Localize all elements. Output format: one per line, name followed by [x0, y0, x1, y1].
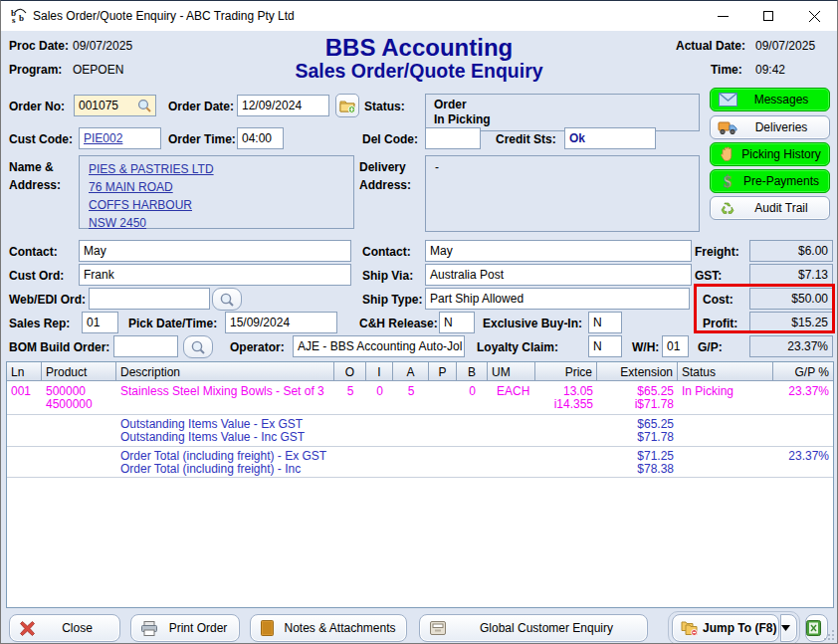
wh-input[interactable]: 01: [662, 335, 689, 357]
window-title: Sales Order/Quote Enquiry - ABC Trading …: [33, 9, 295, 23]
jump-to-button[interactable]: Jump To (F8): [672, 614, 779, 642]
status-box: Order In Picking: [425, 94, 700, 131]
maximize-button[interactable]: [745, 1, 791, 31]
sales-rep-input[interactable]: 01: [82, 312, 118, 333]
pick-datetime-input[interactable]: 15/09/2024: [225, 312, 337, 333]
clipboard-icon: [261, 620, 274, 636]
col-status[interactable]: Status: [678, 362, 773, 381]
contact2-input[interactable]: May: [425, 240, 692, 262]
svg-text:s: s: [12, 15, 16, 25]
jump-to-dropdown-button[interactable]: [780, 614, 797, 642]
svg-text:b: b: [19, 13, 24, 23]
contact-input[interactable]: May: [79, 240, 351, 262]
order-no-label: Order No:: [9, 100, 65, 113]
col-b[interactable]: B: [457, 362, 488, 381]
col-extension[interactable]: Extension: [597, 362, 678, 381]
envelope-icon: [718, 93, 737, 107]
operator-input[interactable]: AJE - BBS Accounting Auto-Jol: [293, 335, 465, 357]
close-window-button[interactable]: [791, 1, 837, 31]
col-description[interactable]: Description: [116, 362, 334, 381]
col-product[interactable]: Product: [42, 362, 116, 381]
col-ln[interactable]: Ln: [7, 362, 42, 381]
actual-date-label: Actual Date:: [676, 39, 745, 53]
bom-build-input[interactable]: [113, 335, 178, 357]
sales-rep-label: Sales Rep:: [9, 317, 70, 330]
order-date-label: Order Date:: [168, 100, 234, 113]
grid-header-row: Ln Product Description O I A P B UM Pric…: [7, 362, 833, 381]
gp-label: G/P:: [698, 340, 723, 354]
time-value: 09:42: [755, 63, 785, 77]
loyalty-claim-input[interactable]: N: [588, 335, 622, 357]
address-line-2[interactable]: 76 MAIN ROAD: [89, 178, 353, 196]
close-button[interactable]: Close: [9, 614, 120, 642]
pre-payments-button[interactable]: $ Pre-Payments: [710, 169, 830, 193]
search-icon: [190, 339, 206, 355]
address-line-4[interactable]: NSW 2450: [89, 214, 353, 232]
actual-date-value: 09/07/2025: [755, 39, 815, 53]
del-code-label: Del Code:: [362, 132, 418, 146]
web-edi-search-button[interactable]: [212, 288, 242, 311]
delivery-address-label-line2: Address:: [359, 178, 411, 192]
ship-via-input[interactable]: Australia Post: [425, 264, 692, 286]
order-date-picker-button[interactable]: [335, 94, 359, 117]
bom-build-label: BOM Build Order:: [9, 340, 109, 354]
excel-icon: [806, 620, 821, 636]
resize-grip[interactable]: [823, 629, 835, 641]
printer-icon: [141, 621, 157, 636]
exclusive-buyin-input[interactable]: N: [588, 312, 622, 333]
col-price[interactable]: Price: [535, 362, 597, 381]
credit-sts-label: Credit Sts:: [496, 132, 556, 146]
col-um[interactable]: UM: [488, 362, 535, 381]
ship-via-label: Ship Via:: [362, 269, 413, 283]
close-x-icon: [20, 621, 35, 636]
notes-attachments-button[interactable]: Notes & Attachments: [250, 614, 407, 642]
archive-icon: [430, 621, 446, 635]
status-label: Status:: [364, 100, 405, 113]
folder-add-icon: [339, 99, 356, 113]
recycle-icon: [718, 200, 737, 216]
ch-release-input[interactable]: N: [439, 312, 475, 333]
minimize-button[interactable]: [700, 1, 745, 31]
col-a[interactable]: A: [393, 362, 429, 381]
deliveries-button[interactable]: Deliveries: [710, 115, 830, 139]
credit-sts-input[interactable]: Ok: [564, 127, 656, 149]
name-address-label-line1: Name &: [9, 160, 54, 174]
name-address-label-line2: Address:: [9, 178, 61, 192]
col-o[interactable]: O: [334, 362, 366, 381]
messages-button[interactable]: Messages: [710, 88, 830, 111]
gst-label: GST:: [695, 269, 722, 283]
loyalty-claim-label: Loyalty Claim:: [477, 340, 558, 354]
web-edi-label: Web/EDI Ord:: [9, 293, 86, 307]
gp-value: 23.37%: [749, 335, 833, 357]
order-lines-grid: Ln Product Description O I A P B UM Pric…: [6, 361, 834, 608]
address-line-3[interactable]: COFFS HARBOUR: [89, 196, 353, 214]
audit-trail-button[interactable]: Audit Trail: [710, 196, 830, 220]
search-icon: [219, 292, 235, 308]
col-i[interactable]: I: [366, 362, 393, 381]
bom-search-button[interactable]: [183, 335, 213, 358]
ship-type-label: Ship Type:: [362, 293, 422, 307]
cust-ord-input[interactable]: Frank: [79, 264, 351, 286]
exclusive-buyin-label: Exclusive Buy-In:: [483, 317, 582, 330]
global-customer-enquiry-button[interactable]: Global Customer Enquiry: [419, 614, 648, 642]
print-order-button[interactable]: Print Order: [130, 614, 240, 642]
cust-ord-label: Cust Ord:: [9, 269, 64, 283]
ship-type-input[interactable]: Part Ship Allowed: [425, 288, 690, 310]
address-line-1[interactable]: PIES & PASTRIES LTD: [89, 160, 353, 178]
contact-label: Contact:: [9, 245, 58, 259]
cust-code-input[interactable]: PIE002: [79, 127, 161, 149]
col-gp[interactable]: G/P %: [773, 362, 833, 381]
order-date-input[interactable]: 12/09/2024: [237, 95, 329, 116]
order-time-input[interactable]: 04:00: [237, 127, 284, 149]
col-p[interactable]: P: [429, 362, 457, 381]
title-bar: b s b Sales Order/Quote Enquiry - ABC Tr…: [1, 1, 837, 31]
order-no-input[interactable]: 001075: [74, 95, 156, 116]
order-no-search-icon[interactable]: [137, 99, 152, 113]
svg-text:$: $: [724, 173, 732, 190]
delivery-address-box: -: [425, 155, 700, 232]
web-edi-input[interactable]: [89, 288, 210, 310]
picking-history-button[interactable]: Picking History: [710, 142, 830, 166]
delivery-address-label-line1: Delivery: [359, 160, 406, 174]
del-code-input[interactable]: [425, 127, 481, 149]
app-icon: b s b: [11, 7, 29, 25]
